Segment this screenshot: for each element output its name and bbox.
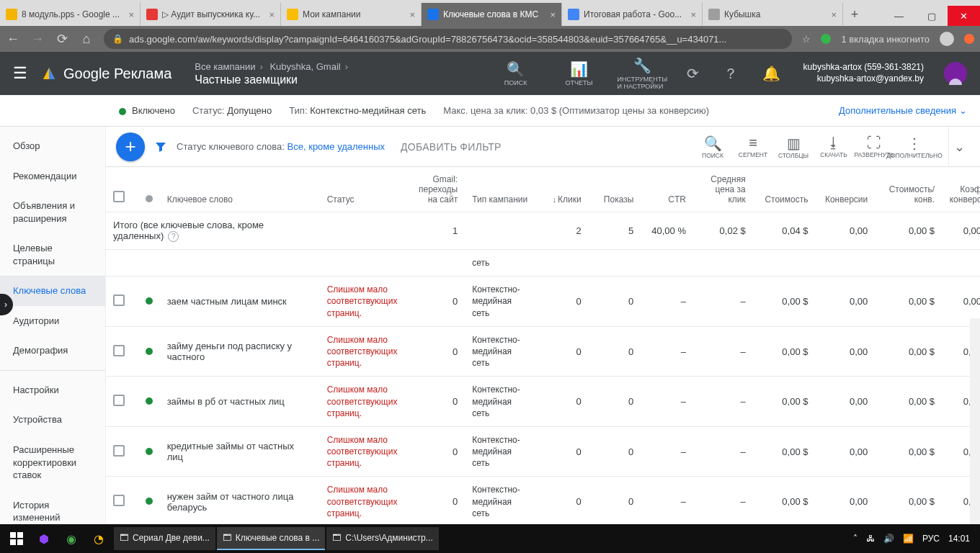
header-search[interactable]: 🔍ПОИСК	[491, 60, 541, 86]
close-tab-icon[interactable]: ×	[128, 9, 134, 20]
table-row[interactable]: займы в рб от частных лицСлишком мало со…	[106, 377, 980, 427]
close-tab-icon[interactable]: ×	[409, 9, 415, 20]
logo[interactable]: Google Реклама	[40, 65, 172, 82]
col-ctr[interactable]: CTR	[641, 167, 693, 212]
close-tab-icon[interactable]: ×	[690, 9, 696, 20]
toolbar-more[interactable]: ⋮ДОПОЛНИТЕЛЬНО	[895, 135, 934, 159]
row-checkbox[interactable]	[113, 495, 125, 506]
col-status[interactable]: Статус	[320, 167, 406, 212]
refresh-icon[interactable]: ⟳	[687, 65, 699, 82]
maximize-button[interactable]: ▢	[915, 6, 948, 26]
col-cost[interactable]: Стоимость	[753, 167, 816, 212]
sidebar-item[interactable]: Аудитории	[0, 306, 105, 336]
sidebar-item[interactable]: Обзор	[0, 131, 105, 161]
browser-tab[interactable]: 8 модуль.pps - Google ...×	[0, 3, 141, 26]
toolbar-chevron[interactable]: ⌄	[948, 127, 970, 166]
tray-wifi-icon[interactable]: 📶	[903, 534, 914, 544]
tray-volume-icon[interactable]: 🔊	[883, 534, 894, 544]
minimize-button[interactable]: —	[883, 6, 915, 26]
status-dot-icon	[119, 108, 126, 115]
header-reports[interactable]: 📊ОТЧЕТЫ	[554, 60, 605, 86]
profile-badge-icon[interactable]	[964, 34, 974, 44]
start-button[interactable]	[4, 526, 29, 551]
sidebar-item[interactable]: Целевые страницы	[0, 233, 105, 276]
sidebar-item[interactable]: Демография	[0, 336, 105, 366]
filter-icon[interactable]	[155, 141, 166, 153]
row-checkbox[interactable]	[113, 445, 125, 457]
row-checkbox[interactable]	[113, 295, 125, 306]
taskbar-app[interactable]: 🗔Ключевые слова в ...	[217, 527, 325, 550]
menu-icon[interactable]: ☰	[13, 64, 27, 83]
table-row[interactable]: нужен займ от частного лица беларусьСлиш…	[106, 477, 980, 527]
extension-icon[interactable]	[821, 34, 831, 44]
avatar[interactable]	[944, 62, 967, 85]
col-keyword[interactable]: Ключевое слово	[160, 167, 320, 212]
sidebar-item[interactable]: Рекомендации	[0, 161, 105, 192]
enabled-label[interactable]: Включено	[132, 105, 175, 116]
help-icon[interactable]: ？	[723, 64, 738, 84]
header-tools[interactable]: 🔧ИНСТРУМЕНТЫ И НАСТРОЙКИ	[618, 57, 668, 90]
help-icon[interactable]: ?	[168, 231, 179, 242]
close-window-button[interactable]: ✕	[948, 6, 980, 26]
sidebar-item[interactable]: Настройки	[0, 375, 105, 405]
status-header-icon[interactable]	[146, 195, 153, 202]
browser-tab[interactable]: Кубышка×	[703, 3, 843, 26]
page-title: Частные заемщики	[195, 73, 352, 86]
col-clicks[interactable]: ↓Клики	[538, 167, 589, 212]
row-checkbox[interactable]	[113, 395, 125, 406]
table-row[interactable]: кредитные займы от частных лицСлишком ма…	[106, 426, 980, 477]
toolbar-segment[interactable]: ≡СЕГМЕНТ	[734, 135, 772, 159]
home-button[interactable]: ⌂	[79, 32, 94, 47]
close-tab-icon[interactable]: ×	[831, 9, 837, 20]
taskbar-pin-1[interactable]: ⬢	[32, 526, 56, 551]
close-tab-icon[interactable]: ×	[269, 9, 275, 20]
sidebar-item[interactable]: Расширенные корректировки ставок	[0, 435, 105, 490]
select-all-checkbox[interactable]	[113, 191, 125, 202]
col-avgcpc[interactable]: Средняя цена за клик	[693, 167, 753, 212]
close-tab-icon[interactable]: ×	[550, 9, 556, 20]
status-dot-icon	[146, 348, 153, 355]
tray-network-icon[interactable]: 🖧	[866, 534, 875, 544]
table-row[interactable]: займу деньги под расписку у частногоСлиш…	[106, 326, 980, 377]
sidebar-item[interactable]: Устройства	[0, 405, 105, 435]
browser-tab[interactable]: ▷ Аудит выпускника ку...×	[141, 3, 281, 26]
reload-button[interactable]: ⟳	[55, 31, 69, 47]
col-impr[interactable]: Показы	[589, 167, 641, 212]
clock[interactable]: 14:01	[948, 534, 970, 544]
taskbar-pin-3[interactable]: ◔	[86, 526, 111, 551]
url-input[interactable]: 🔒 ads.google.com/aw/keywords/display?cam…	[104, 29, 792, 49]
toolbar-columns[interactable]: ▥СТОЛБЦЫ	[774, 135, 813, 159]
browser-tab[interactable]: Итоговая работа - Goo...×	[562, 3, 703, 26]
filter-chip[interactable]: Статус ключевого слова: Все, кроме удале…	[177, 141, 385, 152]
add-filter-button[interactable]: ДОБАВИТЬ ФИЛЬТР	[401, 141, 502, 153]
col-costconv[interactable]: Стоимость/конв.	[875, 167, 942, 212]
sidebar-item[interactable]: Ключевые слова	[0, 276, 105, 306]
breadcrumb[interactable]: Все кампании› Kubyshka, Gmail›	[195, 61, 352, 72]
browser-tab[interactable]: Мои кампании×	[281, 3, 422, 26]
app-header: ☰ Google Реклама Все кампании› Kubyshka,…	[0, 52, 980, 95]
back-button[interactable]: ←	[6, 32, 20, 47]
toolbar-search[interactable]: 🔍ПОИСК	[693, 135, 732, 159]
col-qty[interactable]: Коэф конверс	[942, 167, 980, 212]
more-details-link[interactable]: Дополнительные сведения ⌄	[839, 105, 967, 116]
new-tab-button[interactable]: +	[843, 3, 866, 26]
tray-up-icon[interactable]: ˄	[853, 534, 858, 544]
taskbar-pin-2[interactable]: ◉	[59, 526, 84, 551]
row-checkbox[interactable]	[113, 345, 125, 356]
scrollbar-track[interactable]	[970, 318, 980, 553]
language-indicator[interactable]: РУС	[922, 534, 940, 544]
forward-button[interactable]: →	[30, 32, 45, 47]
col-type[interactable]: Тип кампании	[465, 167, 538, 212]
table-row[interactable]: заем частным лицам минскСлишком мало соо…	[106, 276, 980, 327]
toolbar-download[interactable]: ⭳СКАЧАТЬ	[814, 135, 853, 159]
bookmark-icon[interactable]: ☆	[802, 34, 811, 45]
col-conv[interactable]: Конверсии	[815, 167, 875, 212]
col-gmail[interactable]: Gmail: переходы на сайт	[405, 167, 465, 212]
browser-tab[interactable]: Ключевые слова в КМС×	[422, 3, 562, 26]
account-info[interactable]: kubyshka-artox (559-361-3821) kubyshka-a…	[803, 62, 924, 84]
sidebar-item[interactable]: Объявления и расширения	[0, 191, 105, 233]
taskbar-app[interactable]: 🗔C:\Users\Администр...	[326, 527, 438, 550]
add-keyword-button[interactable]: +	[116, 132, 145, 161]
taskbar-app[interactable]: 🗔Сериал Две деви...	[114, 527, 215, 550]
notifications-icon[interactable]: 🔔	[762, 65, 780, 82]
